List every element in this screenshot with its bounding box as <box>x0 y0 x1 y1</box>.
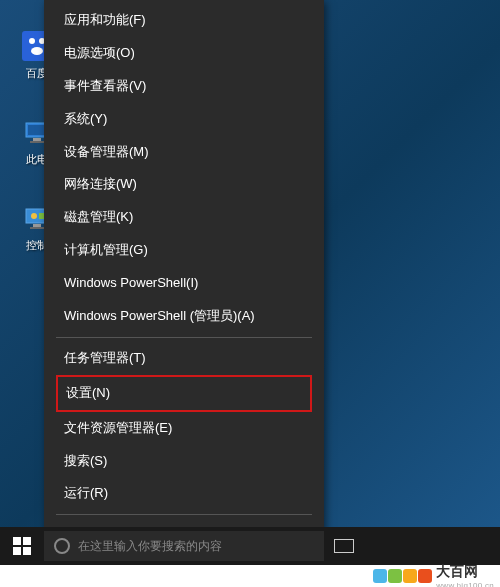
watermark-url: www.big100.cn <box>436 581 494 588</box>
menu-item-search[interactable]: 搜索(S) <box>44 445 324 478</box>
winx-context-menu: 应用和功能(F) 电源选项(O) 事件查看器(V) 系统(Y) 设备管理器(M)… <box>44 0 324 587</box>
menu-item-label: 网络连接(W) <box>64 176 137 193</box>
menu-separator <box>56 514 312 515</box>
task-view-button[interactable] <box>324 527 364 565</box>
menu-item-settings[interactable]: 设置(N) <box>56 375 312 412</box>
svg-rect-6 <box>33 138 41 141</box>
menu-item-power-options[interactable]: 电源选项(O) <box>44 37 324 70</box>
menu-item-label: 设备管理器(M) <box>64 144 149 161</box>
menu-item-computer-management[interactable]: 计算机管理(G) <box>44 234 324 267</box>
menu-item-device-manager[interactable]: 设备管理器(M) <box>44 136 324 169</box>
start-button[interactable] <box>0 527 44 565</box>
menu-item-label: 计算机管理(G) <box>64 242 148 259</box>
watermark-text: 大百网 <box>436 563 478 579</box>
cortana-icon <box>54 538 70 554</box>
menu-item-disk-management[interactable]: 磁盘管理(K) <box>44 201 324 234</box>
svg-rect-7 <box>30 141 44 143</box>
menu-item-powershell-admin[interactable]: Windows PowerShell (管理员)(A) <box>44 300 324 333</box>
menu-item-system[interactable]: 系统(Y) <box>44 103 324 136</box>
windows-logo-icon <box>13 537 31 555</box>
svg-point-3 <box>31 47 43 55</box>
svg-point-9 <box>31 213 37 219</box>
menu-item-apps-features[interactable]: 应用和功能(F) <box>44 4 324 37</box>
task-view-icon <box>334 539 354 553</box>
menu-item-event-viewer[interactable]: 事件查看器(V) <box>44 70 324 103</box>
menu-item-network-connections[interactable]: 网络连接(W) <box>44 168 324 201</box>
menu-item-label: 运行(R) <box>64 485 108 502</box>
svg-rect-11 <box>30 227 44 229</box>
menu-item-label: 文件资源管理器(E) <box>64 420 172 437</box>
watermark: 大百网 www.big100.cn <box>0 565 500 587</box>
taskbar: 在这里输入你要搜索的内容 <box>0 527 500 565</box>
menu-item-label: 电源选项(O) <box>64 45 135 62</box>
menu-item-label: 设置(N) <box>66 385 110 402</box>
menu-item-label: 系统(Y) <box>64 111 107 128</box>
menu-item-file-explorer[interactable]: 文件资源管理器(E) <box>44 412 324 445</box>
svg-point-1 <box>29 38 35 44</box>
menu-separator <box>56 337 312 338</box>
menu-item-powershell[interactable]: Windows PowerShell(I) <box>44 267 324 300</box>
taskbar-search-box[interactable]: 在这里输入你要搜索的内容 <box>44 531 324 561</box>
watermark-logo-icon <box>373 569 432 583</box>
menu-item-label: Windows PowerShell (管理员)(A) <box>64 308 255 325</box>
menu-item-task-manager[interactable]: 任务管理器(T) <box>44 342 324 375</box>
search-placeholder: 在这里输入你要搜索的内容 <box>78 538 222 555</box>
svg-rect-12 <box>33 224 41 227</box>
menu-item-label: 应用和功能(F) <box>64 12 146 29</box>
menu-item-label: 磁盘管理(K) <box>64 209 133 226</box>
menu-item-label: Windows PowerShell(I) <box>64 275 198 292</box>
menu-item-label: 任务管理器(T) <box>64 350 146 367</box>
menu-item-label: 搜索(S) <box>64 453 107 470</box>
menu-item-label: 事件查看器(V) <box>64 78 146 95</box>
menu-item-run[interactable]: 运行(R) <box>44 477 324 510</box>
